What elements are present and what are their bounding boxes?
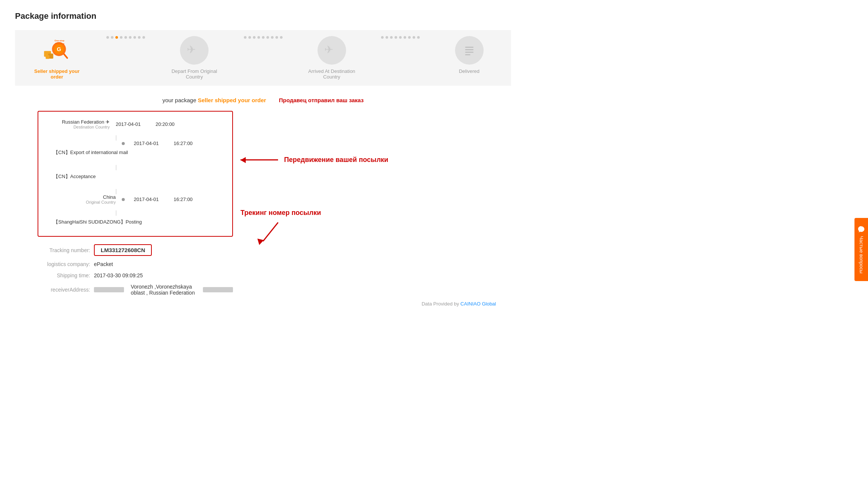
data-provided-prefix: Data Provided by: [422, 301, 459, 307]
receiver-value: Voronezh ,Voronezhskaya oblast , Russian…: [131, 284, 196, 296]
logistics-value: ePacket: [94, 261, 113, 267]
receiver-label: receiverAddress:: [38, 287, 90, 293]
dot: [262, 36, 265, 39]
status-prefix: your package: [162, 97, 196, 103]
tracking-arrow-svg: [256, 221, 301, 247]
dot: [386, 36, 388, 39]
divider-4: [116, 210, 116, 216]
step3-label: Arrived At Destination Country: [305, 68, 358, 80]
tracking-event-4: China Original Country 2017-04-01 16:27:…: [50, 194, 221, 204]
shipping-time-row: Shipping time: 2017-03-30 09:09:25: [38, 272, 233, 278]
dot: [248, 36, 251, 39]
event1-time: 20:20:00: [156, 121, 175, 127]
event2-time: 16:27:00: [174, 141, 193, 146]
tracking-number-row: Tracking number: LM331272608CN: [38, 244, 233, 256]
dot: [120, 36, 122, 39]
shipping-time-value: 2017-03-30 09:09:25: [94, 272, 143, 278]
dot: [129, 36, 132, 39]
arrived-icon-svg: ✈: [322, 43, 341, 58]
dot: [271, 36, 274, 39]
step3-icon: ✈: [318, 36, 346, 65]
step-seller-shipped: G One-stop Tracking Seller shipped your …: [23, 36, 91, 80]
redacted-1: [94, 287, 124, 292]
main-content: Russian Federation ✈ Destination Country…: [15, 111, 511, 301]
step4-label: Delivered: [459, 68, 479, 74]
left-column: Russian Federation ✈ Destination Country…: [15, 111, 233, 301]
chat-button[interactable]: Частые вопросы: [854, 218, 868, 281]
step2-label: Depart From Original Country: [168, 68, 221, 80]
page-title: Package information: [15, 11, 511, 21]
connector-2: [229, 36, 298, 50]
svg-text:Tracking: Tracking: [55, 42, 65, 45]
event3-desc: 【CN】Acceptance: [53, 170, 221, 183]
event1-location: Russian Federation ✈ Destination Country: [50, 119, 110, 129]
dot: [133, 36, 136, 39]
dot: [417, 36, 420, 39]
receiver-address-row: receiverAddress: Voronezh ,Voronezhskaya…: [38, 284, 233, 296]
movement-text: Передвижение вашей посылки: [284, 156, 388, 164]
dot: [381, 36, 384, 39]
dot: [257, 36, 260, 39]
step1-icon: G One-stop Tracking: [42, 36, 71, 65]
svg-line-6: [64, 54, 67, 58]
status-message: your package Seller shipped your order П…: [15, 97, 511, 103]
dot: [413, 36, 415, 39]
dot: [408, 36, 411, 39]
event2-desc: 【CN】Export of international mail: [53, 146, 221, 159]
redacted-2: [203, 287, 233, 292]
dot: [111, 36, 113, 39]
logistics-label: logistics company:: [38, 261, 90, 267]
dot: [395, 36, 397, 39]
step-delivered: Delivered: [435, 36, 504, 74]
dot: [266, 36, 269, 39]
dot-active: [115, 36, 118, 39]
event1-country: Russian Federation ✈: [50, 119, 110, 125]
event1-sublabel: Destination Country: [50, 125, 110, 129]
event4-time: 16:27:00: [174, 197, 193, 202]
status-russian: Продавец отправил ваш заказ: [279, 97, 364, 103]
tracking-event-3: 【CN】Acceptance: [50, 170, 221, 183]
data-provider-link[interactable]: CAINIAO Global: [460, 301, 496, 307]
tracking-events-box: Russian Federation ✈ Destination Country…: [38, 111, 233, 237]
dot: [399, 36, 402, 39]
delivered-icon-svg: [460, 41, 479, 60]
svg-text:One-stop: One-stop: [55, 39, 65, 42]
event4-location: China Original Country: [50, 194, 116, 204]
tracking-info-section: Tracking number: LM331272608CN logistics…: [38, 244, 233, 296]
movement-arrow: [240, 159, 278, 160]
event1-header: Russian Federation ✈ Destination Country…: [50, 119, 221, 129]
movement-annotation: Передвижение вашей посылки: [240, 156, 511, 164]
step1-label: Seller shipped your order: [30, 68, 83, 80]
event5-desc: 【ShangHaiShi SUDIDAZONG】Posting: [53, 216, 221, 228]
tracking-number-label: Tracking number:: [38, 247, 90, 253]
dot: [124, 36, 127, 39]
event4-date: 2017-04-01: [134, 197, 168, 202]
seller-shipped-svg: G One-stop Tracking: [42, 36, 71, 65]
right-annotations: Передвижение вашей посылки Трекинг номер…: [240, 111, 511, 301]
tracking-label-text: Трекинг номер посылки: [240, 209, 321, 216]
chat-icon: [857, 225, 865, 233]
svg-text:G: G: [57, 46, 61, 52]
event4-country: China: [50, 194, 116, 200]
dot: [280, 36, 283, 39]
event2-row: 2017-04-01 16:27:00: [50, 141, 221, 146]
shipping-time-label: Shipping time:: [38, 272, 90, 278]
arrow-head: [240, 157, 246, 163]
event2-date: 2017-04-01: [134, 141, 168, 146]
tracking-number-value: LM331272608CN: [94, 244, 152, 256]
tracking-event-1: Russian Federation ✈ Destination Country…: [50, 119, 221, 129]
svg-text:✈: ✈: [324, 44, 333, 56]
dot: [404, 36, 406, 39]
logistics-row: logistics company: ePacket: [38, 261, 233, 267]
connector-3: [366, 36, 435, 50]
svg-line-16: [263, 222, 278, 241]
chat-label: Частые вопросы: [859, 236, 864, 274]
svg-marker-17: [257, 239, 264, 245]
progress-bar: G One-stop Tracking Seller shipped your …: [15, 30, 511, 86]
data-provided: Data Provided by CAINIAO Global: [15, 301, 511, 307]
tracking-arrow: [256, 221, 511, 248]
dot: [138, 36, 141, 39]
dot: [390, 36, 393, 39]
svg-rect-2: [46, 55, 50, 59]
dot: [106, 36, 109, 39]
